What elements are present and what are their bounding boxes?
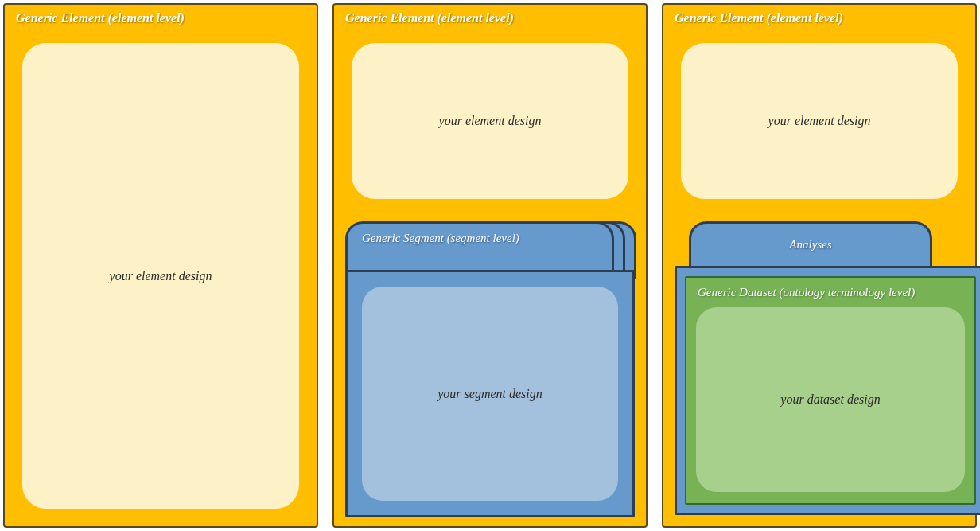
segment-design: your segment design <box>362 287 618 501</box>
panel-3-title: Generic Element (element level) <box>675 11 964 25</box>
panel-3-element-design: your element design <box>679 41 959 201</box>
panel-2-element-design: your element design <box>350 41 630 201</box>
dataset-box: Generic Dataset (ontology terminology le… <box>685 276 976 505</box>
dataset-title: Generic Dataset (ontology terminology le… <box>696 284 965 307</box>
panel-element-2: Generic Element (element level) your ele… <box>332 3 648 528</box>
analyses-body: Generic Dataset (ontology terminology le… <box>675 266 980 515</box>
panel-element-1: Generic Element (element level) your ele… <box>3 3 318 528</box>
analyses-tab: Analyses <box>689 221 932 266</box>
segment-title: Generic Segment (segment level) <box>357 230 602 252</box>
panel-2-title: Generic Element (element level) <box>345 11 635 25</box>
segment-body: your segment design <box>345 270 635 517</box>
panel-1-element-design: your element design <box>21 41 301 510</box>
analyses-title: Analyses <box>789 238 831 252</box>
dataset-design: your dataset design <box>696 307 965 492</box>
segment-front: Generic Segment (segment level) your seg… <box>345 221 614 515</box>
panel-1-title: Generic Element (element level) <box>16 11 305 25</box>
panel-element-3: Generic Element (element level) your ele… <box>662 3 977 528</box>
segment-stack: Generic Segment (segment level) your seg… <box>345 221 635 515</box>
